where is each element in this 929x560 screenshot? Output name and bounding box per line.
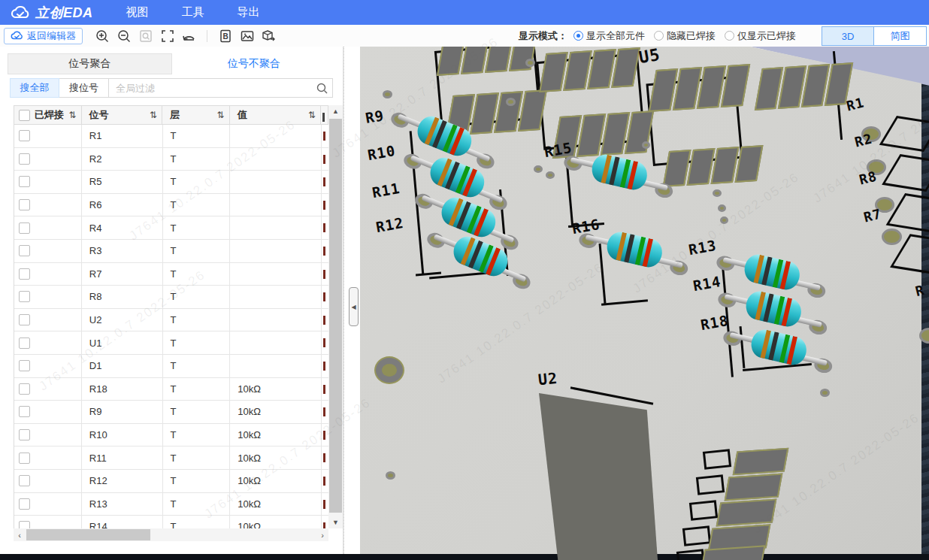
cell-clipped [321, 355, 328, 377]
row-checkbox[interactable] [19, 475, 30, 486]
row-checkbox[interactable] [19, 338, 30, 349]
table-row[interactable]: R12T10kΩ [14, 470, 328, 493]
vertical-scrollbar[interactable]: ▲ ▼ [328, 105, 343, 528]
row-checkbox[interactable] [19, 245, 30, 256]
zoom-out-icon[interactable] [117, 29, 131, 43]
fit-view-icon[interactable] [160, 29, 174, 43]
cell-value: 10kΩ [229, 470, 321, 492]
table-row[interactable]: R6T [14, 194, 328, 217]
zoom-region-icon[interactable] [138, 29, 153, 43]
through-hole-pad [546, 171, 555, 179]
row-checkbox[interactable] [19, 199, 30, 210]
table-row[interactable]: R11T10kΩ [14, 446, 328, 470]
radio-icon [725, 31, 734, 41]
row-checkbox[interactable] [19, 176, 30, 187]
back-to-editor-button[interactable]: 返回编辑器 [4, 28, 83, 44]
cell-layer: T [162, 309, 230, 331]
through-hole-pad [383, 90, 392, 98]
sort-icon[interactable]: ⇅ [217, 110, 225, 120]
sort-icon[interactable]: ⇅ [308, 110, 316, 120]
cell-layer: T [162, 171, 230, 193]
row-checkbox[interactable] [19, 268, 30, 280]
search-designator-button[interactable]: 搜位号 [59, 78, 109, 98]
zoom-in-icon[interactable] [95, 29, 109, 43]
row-checkbox[interactable] [19, 314, 30, 325]
row-checkbox[interactable] [19, 429, 30, 440]
cell-clipped [321, 378, 328, 401]
table-row[interactable]: R5T [14, 171, 328, 194]
table-row[interactable]: R3T [14, 240, 328, 263]
sort-icon[interactable]: ⇅ [150, 110, 157, 120]
component-panel: 位号聚合 位号不聚合 搜全部 搜位号 已焊接 ⇅ 位号⇅ 层⇅ 值⇅ R1TR2… [0, 47, 343, 560]
row-checkbox[interactable] [19, 406, 30, 417]
through-hole-pad [386, 471, 395, 480]
scroll-up-icon[interactable]: ▲ [328, 105, 343, 117]
row-checkbox[interactable] [19, 291, 30, 302]
hscroll-thumb[interactable] [26, 529, 150, 540]
table-row[interactable]: R1T [14, 125, 328, 148]
select-all-checkbox[interactable] [19, 110, 30, 121]
cell-value [229, 309, 321, 331]
table-row[interactable]: R8T [14, 286, 328, 309]
table-row[interactable]: R13T10kΩ [14, 493, 328, 516]
app-logo[interactable]: 立创EDA [11, 4, 93, 22]
export-image-icon[interactable] [240, 29, 254, 43]
sort-icon[interactable]: ⇅ [69, 110, 77, 120]
panel-tabs: 位号聚合 位号不聚合 [8, 53, 336, 74]
table-row[interactable]: R18T10kΩ [14, 378, 328, 401]
row-checkbox[interactable] [19, 153, 30, 165]
panel-collapse-handle[interactable]: ◀ [349, 287, 359, 326]
global-filter-input[interactable] [109, 79, 332, 97]
export-3d-icon[interactable] [262, 29, 276, 43]
scroll-down-icon[interactable]: ▼ [328, 516, 343, 528]
cell-layer: T [162, 401, 230, 423]
cell-clipped [321, 424, 328, 446]
bom-document-icon[interactable]: B [218, 29, 232, 43]
table-row[interactable]: R14T10kΩ [14, 516, 328, 528]
view-schematic-button[interactable]: 简图 [874, 26, 927, 46]
search-all-button[interactable]: 搜全部 [10, 78, 59, 98]
row-checkbox[interactable] [19, 383, 30, 395]
radio-hide-soldered[interactable]: 隐藏已焊接 [654, 29, 716, 43]
silkscreen-pin-outline [703, 449, 731, 470]
silkscreen-label-u5: U5 [637, 47, 661, 67]
tab-designator-ungrouped[interactable]: 位号不聚合 [172, 53, 337, 74]
menu-tools[interactable]: 工具 [182, 5, 204, 20]
cell-value [229, 216, 321, 239]
radio-only-soldered[interactable]: 仅显示已焊接 [725, 29, 796, 43]
table-row[interactable]: U1T [14, 331, 328, 355]
row-checkbox[interactable] [19, 453, 30, 464]
table-row[interactable]: D1T [14, 355, 328, 378]
cell-layer: T [162, 240, 230, 262]
table-row[interactable]: R9T10kΩ [14, 401, 328, 424]
table-row[interactable]: R7T [14, 263, 328, 286]
cell-clipped [321, 171, 328, 193]
vscroll-thumb[interactable] [329, 119, 342, 513]
scroll-right-icon[interactable]: › [316, 528, 328, 541]
table-row[interactable]: R10T10kΩ [14, 424, 328, 447]
row-checkbox[interactable] [19, 521, 30, 528]
tab-designator-grouped[interactable]: 位号聚合 [8, 53, 172, 74]
menu-export[interactable]: 导出 [238, 5, 260, 20]
silkscreen-pin-outline [696, 474, 725, 495]
horizontal-scrollbar[interactable]: ‹ › [14, 528, 328, 541]
table-row[interactable]: R2T [14, 148, 328, 171]
table-row[interactable]: U2T [14, 309, 328, 332]
cell-designator: R1 [81, 125, 162, 147]
cell-designator: R3 [81, 240, 162, 262]
menu-view[interactable]: 视图 [126, 5, 149, 20]
row-checkbox[interactable] [19, 498, 30, 510]
cell-clipped [321, 240, 328, 262]
row-checkbox[interactable] [19, 360, 30, 371]
rotate-view-icon[interactable] [182, 29, 196, 43]
row-checkbox[interactable] [19, 130, 30, 141]
pcb-3d-viewport[interactable]: ◀ U5R9R10R11R12R15R16R13R14R18R1R2R8R7U2… [343, 47, 929, 560]
row-checkbox[interactable] [19, 222, 30, 234]
mounting-hole-bore [382, 364, 397, 377]
table-row[interactable]: R4T [14, 216, 328, 240]
scroll-left-icon[interactable]: ‹ [14, 528, 26, 541]
radio-show-all[interactable]: 显示全部元件 [573, 29, 645, 43]
search-icon[interactable] [316, 83, 328, 94]
view-3d-button[interactable]: 3D [822, 26, 874, 46]
cell-designator: R14 [81, 516, 162, 528]
